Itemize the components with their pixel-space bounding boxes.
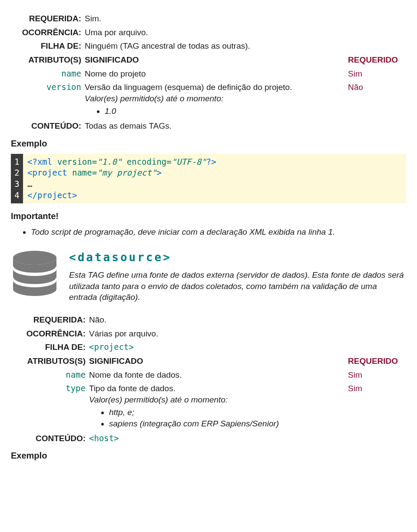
tag-text: <datasource> Esta TAG define uma fonte d… [69, 250, 406, 303]
tag-description: Esta TAG define uma fonte de dados exter… [69, 269, 406, 303]
code-example: 1 2 3 4 <?xml version="1.0" encoding="UT… [11, 154, 406, 204]
attr-req: Sim [345, 68, 406, 80]
perm-value: 1.0 [105, 106, 345, 117]
line-number: 3 [11, 179, 23, 190]
line-number: 2 [11, 167, 23, 179]
row-label: FILHA DE: [11, 342, 89, 353]
row-value: Várias por arquivo. [89, 328, 345, 339]
attr-name: name [11, 68, 85, 80]
row-value: Uma por arquivo. [85, 27, 345, 38]
definition-table-project: REQUERIDA: Sim. OCORRÊNCIA: Uma por arqu… [11, 13, 406, 132]
svg-point-0 [13, 251, 56, 265]
content-label: CONTEÚDO: [11, 433, 89, 444]
important-heading: Importante! [11, 210, 406, 222]
attr-header-label: ATRIBUTOS(S) [11, 356, 89, 367]
row-value: <project> [89, 342, 345, 353]
attr-header-sig: SIGNIFICADO [85, 54, 345, 66]
perm-value: sapiens (integração com ERP Sapiens/Seni… [109, 418, 345, 429]
attr-header-sig: SIGNIFICADO [89, 356, 345, 367]
attr-sig: Nome da fonte de dados. [89, 369, 345, 381]
note-item: Todo script de programação, deve iniciar… [31, 226, 406, 238]
attr-sig-block: Tipo da fonte de dados. Valor(es) permit… [89, 383, 345, 430]
attr-name: name [11, 369, 89, 381]
attr-req: Sim [345, 383, 406, 394]
row-label: OCORRÊNCIA: [11, 328, 89, 339]
perm-values: http, e; sapiens (integração com ERP Sap… [89, 407, 345, 429]
row-value: Ninguém (TAG ancestral de todas as outra… [85, 40, 345, 52]
attr-header-label: ATRIBUTO(S) [11, 54, 85, 66]
attr-header-req: REQUERIDO [345, 54, 406, 66]
database-icon [11, 250, 59, 301]
attr-header-req: REQUERIDO [345, 356, 406, 367]
perm-label: Valor(es) permitido(s) até o momento: [89, 395, 228, 404]
perm-label: Valor(es) permitido(s) até o momento: [85, 94, 223, 103]
attr-sig: Tipo da fonte de dados. [89, 384, 175, 393]
content-value: Todas as demais TAGs. [85, 120, 345, 132]
perm-values: 1.0 [85, 106, 345, 117]
row-value: Sim. [85, 13, 345, 24]
row-label: OCORRÊNCIA: [11, 27, 85, 38]
definition-table-datasource: REQUERIDA: Não. OCORRÊNCIA: Várias por a… [11, 314, 406, 444]
line-number: 1 [11, 156, 23, 168]
row-label: FILHA DE: [11, 40, 85, 52]
perm-value: http, e; [109, 407, 345, 418]
attr-req: Sim [345, 369, 406, 381]
important-notes: Todo script de programação, deve iniciar… [11, 226, 406, 238]
line-number: 4 [11, 190, 23, 201]
content-label: CONTEÚDO: [11, 120, 85, 132]
code-gutter: 1 2 3 4 [11, 154, 23, 204]
tag-title: <datasource> [69, 250, 406, 265]
attr-sig: Nome do projeto [85, 68, 345, 80]
attr-name: version [11, 82, 85, 93]
code-body: <?xml version="1.0" encoding="UTF-8"?> <… [23, 154, 406, 204]
row-label: REQUERIDA: [11, 314, 89, 326]
content-value: <host> [89, 433, 345, 444]
row-label: REQUERIDA: [11, 13, 85, 24]
attr-sig-block: Versão da linguagem (esquema) de definiç… [85, 82, 345, 118]
tag-section-datasource: <datasource> Esta TAG define uma fonte d… [11, 250, 406, 303]
row-value: Não. [89, 314, 345, 326]
attr-name: type [11, 383, 89, 394]
example-heading: Exemplo [11, 450, 406, 462]
attr-sig: Versão da linguagem (esquema) de definiç… [85, 83, 292, 92]
example-heading: Exemplo [11, 138, 406, 150]
attr-req: Não [345, 82, 406, 93]
